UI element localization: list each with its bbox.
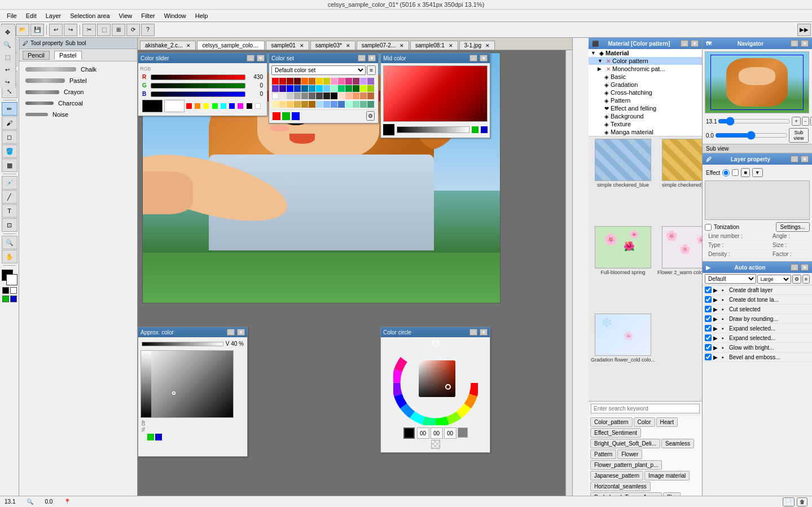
mid-color-minimize[interactable]: – <box>469 55 477 61</box>
brush-crayon[interactable]: Crayon <box>21 86 135 98</box>
tool-line[interactable]: ╱ <box>2 190 17 204</box>
tag-effect[interactable]: Effect_Sentiment <box>590 428 641 438</box>
pal-8[interactable] <box>331 78 337 85</box>
color-green[interactable] <box>2 296 9 302</box>
size-select[interactable]: Large Medium Small <box>757 275 791 284</box>
pal-29[interactable] <box>279 92 286 99</box>
action-1-expand[interactable]: ▶ <box>713 287 720 293</box>
color-blue[interactable] <box>10 296 17 302</box>
pal-7[interactable] <box>323 78 330 85</box>
action-2-expand[interactable]: ▶ <box>713 297 720 303</box>
toolbar-redo[interactable]: ↪ <box>64 24 77 36</box>
nav-thumb[interactable] <box>705 51 809 113</box>
tool-brush[interactable]: 🖌 <box>2 116 17 130</box>
nav-zoom-out[interactable]: - <box>802 117 809 126</box>
mid-color-slider[interactable] <box>397 126 469 133</box>
color-circle-menu[interactable]: ▼ <box>480 329 488 336</box>
material-item-yellow-check[interactable]: simple checkered_yellow <box>657 139 702 224</box>
pal-21[interactable] <box>323 85 330 92</box>
pal2-11[interactable] <box>353 101 359 108</box>
pal2-4[interactable] <box>301 101 308 108</box>
pal-4[interactable] <box>301 78 308 85</box>
auto-action-menu[interactable]: ▼ <box>801 264 809 271</box>
nav-subview[interactable]: Sub view <box>789 128 809 143</box>
pal-17[interactable] <box>294 85 301 92</box>
tag-color-pattern[interactable]: Color_pattern <box>590 417 633 427</box>
material-item-grad-flower[interactable]: ❄️ 🌸 Gradation flower_cold colo... <box>591 314 655 399</box>
toolbar-undo[interactable]: ↩ <box>49 24 63 36</box>
pal-1[interactable] <box>279 78 286 85</box>
tool-fill[interactable]: 🪣 <box>2 144 17 158</box>
pal-2[interactable] <box>287 78 293 85</box>
tool-pen[interactable]: ✏ <box>2 102 17 116</box>
tag-color[interactable]: Color <box>634 417 655 427</box>
approx-green[interactable] <box>147 434 154 440</box>
menu-view[interactable]: View <box>115 11 137 20</box>
color-circle-minimize[interactable]: – <box>469 329 477 336</box>
tree-texture[interactable]: ◈ Texture <box>589 120 702 128</box>
auto-action-preset-select[interactable]: Default <box>705 274 756 284</box>
pal-39[interactable] <box>353 92 359 99</box>
settings-btn[interactable]: Settings... <box>776 222 810 232</box>
action-more-btn[interactable]: ≡ <box>802 275 810 284</box>
circle-hex-g[interactable] <box>431 427 443 439</box>
tool-text[interactable]: T <box>2 204 17 218</box>
action-8-expand[interactable]: ▶ <box>713 354 720 360</box>
mid-color-gradient[interactable] <box>383 65 488 122</box>
tree-crosshatch[interactable]: ◈ Cross-hatching <box>589 89 702 96</box>
pal-28[interactable] <box>272 92 279 99</box>
mid-color-black[interactable] <box>383 124 394 135</box>
color-set-menu[interactable]: ▼ <box>368 55 376 61</box>
material-minimize[interactable]: – <box>681 40 688 47</box>
action-2-check[interactable] <box>705 296 712 303</box>
toolbar-tool2[interactable]: ⬚ <box>97 24 111 36</box>
tree-gradation[interactable]: ◈ Gradation <box>589 81 702 89</box>
pal2-6[interactable] <box>316 101 323 108</box>
layer-prop-menu[interactable]: ▼ <box>801 156 809 162</box>
color-black[interactable] <box>2 287 9 294</box>
pal-18[interactable] <box>301 85 308 92</box>
tag-japanese[interactable]: Japanese_pattern <box>590 471 643 480</box>
material-menu[interactable]: ▼ <box>691 40 699 47</box>
circle-hex-r[interactable] <box>417 427 429 439</box>
tab-3-1[interactable]: 3-1.jpg ✕ <box>459 41 495 50</box>
status-btn-2[interactable]: 🗑 <box>797 497 807 506</box>
action-5-expand[interactable]: ▶ <box>713 325 720 332</box>
material-item-blue-check[interactable]: simple checkered_blue <box>591 139 655 224</box>
tab-close-sample08[interactable]: ✕ <box>449 43 453 49</box>
right-tool-3[interactable]: ⬚ <box>0 51 15 63</box>
color-white[interactable] <box>10 287 17 294</box>
toolbar-extra[interactable]: ▶▶ <box>797 24 811 36</box>
action-7-check[interactable] <box>705 344 712 351</box>
tab-sample01[interactable]: sample01 ✕ <box>266 41 309 50</box>
pal-0[interactable] <box>272 78 279 85</box>
color-slider-minimize[interactable]: – <box>247 55 254 61</box>
pal-11[interactable] <box>353 78 359 85</box>
tree-mono-pat[interactable]: ▶ ✕ Monochromic pat... <box>589 65 702 73</box>
action-6-check[interactable] <box>705 334 712 341</box>
approx-minimize[interactable]: – <box>227 329 235 336</box>
tab-close-sample01[interactable]: ✕ <box>300 43 304 49</box>
tag-flower-pattern[interactable]: Flower_pattern_plant_p... <box>590 460 662 470</box>
action-1-check[interactable] <box>705 286 712 293</box>
action-4-expand[interactable]: ▶ <box>713 316 720 322</box>
mid-color-green[interactable] <box>472 126 479 133</box>
chip-green[interactable] <box>212 103 218 109</box>
tree-manga[interactable]: ◈ Manga material <box>589 128 702 136</box>
pal-12[interactable] <box>360 78 367 85</box>
tab-sample07[interactable]: sample07-2... ✕ <box>357 41 409 50</box>
bottom-chip-blue[interactable] <box>292 112 300 120</box>
tool-eraser[interactable]: ◻ <box>2 130 17 144</box>
approx-color-grid[interactable] <box>141 350 234 418</box>
menu-selection[interactable]: Selection area <box>65 11 114 20</box>
material-search-input[interactable] <box>591 404 700 413</box>
pal-3[interactable] <box>294 78 301 85</box>
nav-zoom-slider[interactable] <box>718 118 791 125</box>
brush-charcoal[interactable]: Charcoal <box>21 98 135 109</box>
effect-color-btn[interactable]: ■ <box>741 168 749 177</box>
pal-31[interactable] <box>294 92 301 99</box>
slider-g[interactable] <box>151 83 245 89</box>
pal-26[interactable] <box>360 85 367 92</box>
pal-34[interactable] <box>316 92 323 99</box>
pal-32[interactable] <box>301 92 308 99</box>
